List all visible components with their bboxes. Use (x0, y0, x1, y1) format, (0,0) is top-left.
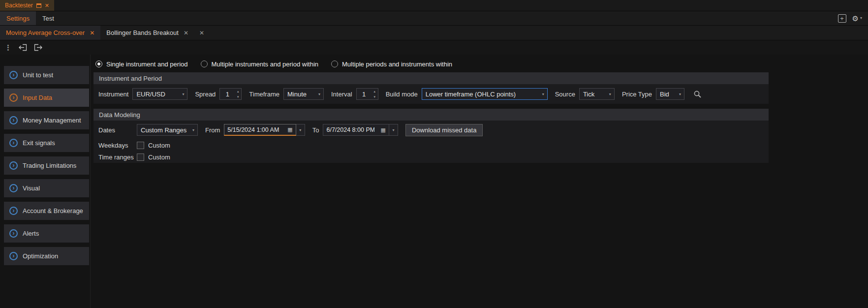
section-title: Instrument and Period (99, 75, 162, 82)
tab-test-label: Test (42, 15, 54, 22)
to-date-field[interactable]: ▦ (323, 124, 389, 136)
from-date-dropdown-button[interactable]: ▾ (296, 124, 305, 136)
from-date-input[interactable] (224, 126, 284, 133)
strategy-tab-bar: Moving Average Cross-over ✕ Bollinger Ba… (0, 26, 868, 40)
time-ranges-row: Time ranges Custom (93, 151, 769, 163)
section-spacer (93, 104, 769, 109)
timeframe-label: Timeframe (249, 91, 279, 98)
arrow-circle-icon: › (9, 71, 18, 79)
content-area: Single instrument and period Multiple in… (91, 55, 868, 308)
chevron-down-icon: ▾ (676, 92, 684, 96)
strategy-tab-bollinger[interactable]: Bollinger Bands Breakout ✕ (100, 26, 194, 40)
strategy-tab-label: Bollinger Bands Breakout (106, 29, 179, 36)
sidebar-item-visual[interactable]: › Visual (4, 179, 89, 197)
main-tab-bar: Settings Test + ⚙ ▾ (0, 11, 868, 26)
arrow-circle-icon: › (9, 252, 18, 260)
to-date-dropdown-button[interactable]: ▾ (389, 124, 398, 136)
spin-down-icon[interactable]: ▼ (235, 94, 241, 99)
export-settings-icon[interactable] (34, 44, 42, 51)
radio-multiple-periods[interactable]: Multiple periods and instruments within (331, 61, 452, 68)
gear-icon: ⚙ (852, 15, 859, 22)
time-ranges-custom-label: Custom (148, 154, 170, 161)
interval-stepper[interactable]: ▲ ▼ (356, 88, 378, 100)
sidebar-item-label: Unit to test (23, 71, 53, 79)
chevron-down-icon: ▾ (860, 16, 862, 20)
tab-settings[interactable]: Settings (0, 11, 36, 25)
sidebar-item-optimization[interactable]: › Optimization (4, 247, 89, 265)
calendar-icon[interactable]: ▦ (284, 127, 295, 132)
tab-test[interactable]: Test (36, 11, 61, 25)
window-titlebar: Backtester ✕ (0, 0, 868, 11)
close-tab-icon[interactable]: ✕ (90, 30, 94, 36)
build-mode-dropdown[interactable]: Lower timeframe (OHLC points) ▾ (422, 88, 548, 100)
close-tab-icon-extra[interactable]: ✕ (194, 26, 209, 40)
strategy-toolbar: ⋮ (0, 40, 868, 55)
instrument-value: EUR/USD (133, 91, 169, 98)
tab-settings-label: Settings (6, 15, 30, 22)
instrument-dropdown[interactable]: EUR/USD ▾ (132, 88, 187, 100)
window-close-icon[interactable]: ✕ (45, 3, 49, 8)
radio-multiple-instruments[interactable]: Multiple instruments and period within (201, 61, 319, 68)
magnifier-icon[interactable] (693, 90, 702, 98)
spin-up-icon[interactable]: ▲ (235, 89, 241, 94)
to-label: To (312, 126, 319, 134)
arrow-circle-icon: › (9, 139, 18, 147)
drag-handle-icon[interactable]: ⋮ (4, 43, 12, 52)
chevron-down-icon: ▾ (606, 92, 614, 96)
window-tab-backtester[interactable]: Backtester ✕ (0, 0, 54, 11)
sidebar-item-alerts[interactable]: › Alerts (4, 224, 89, 243)
to-date-input[interactable] (323, 126, 377, 133)
settings-gear-button[interactable]: ⚙ ▾ (852, 15, 862, 22)
add-panel-button[interactable]: + (838, 14, 846, 23)
weekdays-custom-label: Custom (148, 142, 170, 149)
time-ranges-custom-checkbox[interactable] (137, 154, 144, 161)
calendar-icon[interactable]: ▦ (377, 127, 388, 133)
spin-up-icon[interactable]: ▲ (372, 89, 378, 94)
chevron-down-icon: ▾ (189, 128, 197, 132)
sidebar-item-trading-limitations[interactable]: › Trading Limitations (4, 156, 89, 175)
timeframe-dropdown[interactable]: Minute ▾ (283, 88, 324, 100)
from-date-field[interactable]: ▦ (224, 124, 296, 136)
radio-single-instrument[interactable]: Single instrument and period (95, 61, 188, 68)
weekdays-custom-checkbox[interactable] (137, 142, 144, 149)
dates-label: Dates (98, 126, 133, 134)
from-date-group: ▦ ▾ (224, 124, 305, 136)
build-mode-value: Lower timeframe (OHLC points) (422, 91, 520, 98)
sidebar-item-input-data[interactable]: › Input Data (4, 89, 89, 107)
spread-input[interactable] (220, 89, 235, 99)
section-title: Data Modeling (99, 111, 140, 119)
build-mode-label: Build mode (386, 91, 418, 98)
arrow-circle-icon: › (9, 184, 18, 192)
close-tab-icon[interactable]: ✕ (184, 30, 188, 36)
sidebar-item-exit-signals[interactable]: › Exit signals (4, 134, 89, 152)
sidebar-item-label: Exit signals (23, 139, 55, 147)
section-header-data-modeling: Data Modeling (93, 109, 769, 121)
price-type-dropdown[interactable]: Bid ▾ (656, 88, 684, 100)
interval-input[interactable] (357, 89, 372, 99)
timeframe-value: Minute (284, 91, 310, 98)
spread-spinner: ▲ ▼ (235, 89, 241, 99)
strategy-tab-label: Moving Average Cross-over (6, 29, 85, 36)
interval-label: Interval (331, 91, 352, 98)
radio-label: Multiple periods and instruments within (342, 61, 452, 68)
spread-stepper[interactable]: ▲ ▼ (219, 88, 242, 100)
strategy-tab-moving-average[interactable]: Moving Average Cross-over ✕ (0, 26, 100, 40)
sidebar-item-label: Money Management (23, 117, 81, 124)
radio-label: Multiple instruments and period within (212, 61, 319, 68)
sidebar-item-money-management[interactable]: › Money Management (4, 111, 89, 129)
chevron-down-icon: ▾ (539, 92, 547, 96)
arrow-circle-icon: › (9, 161, 18, 170)
radio-icon (95, 61, 102, 67)
sidebar-item-unit-to-test[interactable]: › Unit to test (4, 66, 89, 84)
import-settings-icon[interactable] (19, 44, 27, 51)
chevron-down-icon: ▾ (315, 92, 323, 96)
dates-dropdown[interactable]: Custom Ranges ▾ (137, 124, 198, 136)
radio-label: Single instrument and period (106, 61, 188, 68)
download-missed-data-button[interactable]: Download missed data (405, 124, 483, 136)
section-header-instrument: Instrument and Period (93, 72, 769, 84)
spin-down-icon[interactable]: ▼ (372, 94, 378, 99)
source-dropdown[interactable]: Tick ▾ (579, 88, 615, 100)
sidebar-item-account-brokerage[interactable]: › Account & Brokerage (4, 202, 89, 220)
sidebar: › Unit to test › Input Data › Money Mana… (0, 55, 91, 308)
window-restore-icon[interactable] (36, 3, 41, 8)
